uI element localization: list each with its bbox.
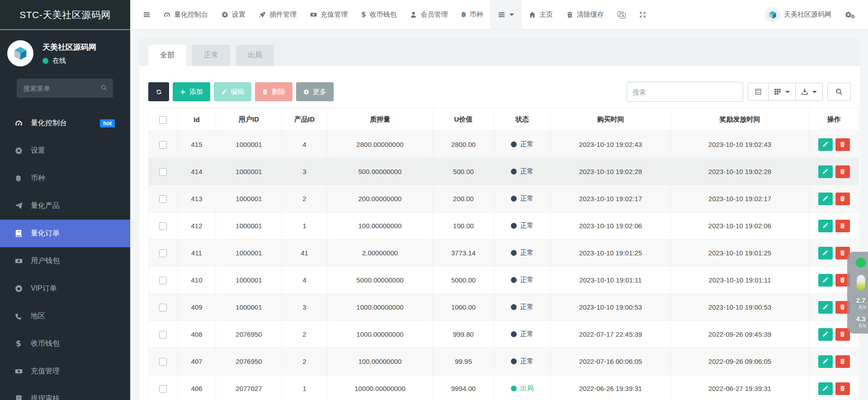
sidebar-item-user-wallet[interactable]: 用户钱包	[0, 247, 130, 275]
pencil-icon	[822, 196, 828, 202]
sidebar-item-withdraw-audit[interactable]: 提现审核	[0, 385, 130, 400]
cell-actions	[809, 375, 859, 400]
pencil-icon	[822, 386, 828, 391]
gauge-icon	[164, 11, 170, 18]
row-checkbox[interactable]	[159, 222, 167, 230]
row-checkbox[interactable]	[159, 385, 167, 393]
sidebar-menu: 量化控制台hot设置฿币种量化产品量化订单用户钱包VIP订单地区$收币钱包充值管…	[0, 109, 130, 400]
row-checkbox[interactable]	[159, 249, 167, 257]
topnav-item-menu-toggle[interactable]	[137, 0, 157, 29]
row-checkbox[interactable]	[159, 358, 167, 366]
detail-view-button[interactable]	[748, 83, 769, 101]
cell-id: 406	[178, 375, 216, 400]
row-delete-button[interactable]	[835, 355, 850, 368]
column-header-check[interactable]	[149, 108, 178, 131]
row-edit-button[interactable]	[818, 247, 833, 259]
cell-product_id: 3	[282, 294, 327, 321]
sidebar-item-coin-wallet[interactable]: $收币钱包	[0, 330, 130, 358]
row-edit-button[interactable]	[818, 165, 833, 178]
dollar-icon: $	[14, 340, 24, 348]
tab-normal[interactable]: 正常	[192, 45, 230, 66]
row-checkbox[interactable]	[159, 304, 167, 311]
select-all-checkbox[interactable]	[159, 116, 167, 124]
topnav-item-quant-console[interactable]: 量化控制台	[157, 0, 215, 29]
sidebar-item-quant-order[interactable]: 量化订单	[0, 220, 130, 247]
topnav-item-coin-wallet[interactable]: $收币钱包	[354, 0, 403, 29]
row-checkbox[interactable]	[159, 331, 167, 339]
sidebar-item-quant-product[interactable]: 量化产品	[0, 192, 130, 220]
refresh-button[interactable]	[148, 82, 169, 101]
sidebar-item-vip-order[interactable]: VIP订单	[0, 275, 130, 302]
network-speed-widget[interactable]: 2.7 ↑ K/s 4.3 ↓ K/s	[847, 252, 868, 334]
tab-out[interactable]: 出局	[236, 45, 274, 66]
topnav-item-clear-cache[interactable]: 清除缓存	[560, 0, 611, 29]
sidebar-user-name: 天美社区源码网	[42, 42, 96, 52]
topnav-item-plugin-manage[interactable]: 插件管理	[252, 0, 303, 29]
topnav-item-member-manage[interactable]: 会员管理	[403, 0, 454, 29]
export-button[interactable]	[795, 83, 823, 101]
topnav-item-system-settings[interactable]	[838, 0, 862, 29]
topnav-item-settings[interactable]: 设置	[215, 0, 252, 29]
row-edit-button[interactable]	[818, 193, 833, 205]
topnav-item-homepage[interactable]: 主页	[522, 0, 560, 29]
grid-icon	[774, 88, 781, 95]
edit-button[interactable]: 编辑	[214, 82, 251, 101]
book-icon	[14, 230, 24, 237]
row-checkbox[interactable]	[159, 195, 167, 203]
sidebar-item-label: 量化产品	[31, 201, 60, 211]
row-delete-button[interactable]	[835, 193, 850, 205]
topnav-user[interactable]: 天美社区源码网	[758, 0, 838, 29]
sidebar-user-panel: 天美社区源码网 在线	[0, 29, 130, 66]
table-row: 415100000142800.000000002800.00正常2023-10…	[149, 131, 859, 158]
row-checkbox[interactable]	[159, 168, 167, 176]
delete-button[interactable]: 删除	[255, 82, 292, 101]
sidebar-item-quant-console[interactable]: 量化控制台hot	[0, 109, 130, 137]
cell-id: 410	[178, 267, 216, 294]
more-button[interactable]: 更多	[296, 82, 334, 101]
cell-reward_time: 2022-06-27 19:39:31	[671, 375, 809, 400]
audit-icon	[14, 395, 24, 400]
table-search-input[interactable]	[627, 82, 743, 102]
status-dot-icon	[511, 169, 517, 174]
cell-user_id: 1000001	[216, 240, 282, 267]
row-edit-button[interactable]	[818, 138, 833, 151]
row-delete-button[interactable]	[835, 138, 850, 151]
gear-icon	[222, 11, 228, 18]
sidebar-item-currency[interactable]: ฿币种	[0, 165, 130, 192]
row-checkbox[interactable]	[159, 141, 167, 149]
cell-reward_time: 2023-10-10 19:02:43	[671, 131, 809, 158]
cell-reward_time: 2023-10-10 19:01:25	[671, 240, 809, 267]
dollar-icon: $	[361, 11, 366, 18]
row-edit-button[interactable]	[818, 355, 833, 368]
cell-check	[149, 158, 178, 185]
row-checkbox[interactable]	[159, 277, 167, 284]
cell-reward_time: 2023-10-10 19:02:17	[671, 185, 809, 212]
search-button[interactable]	[827, 83, 851, 101]
topnav-item-nav-dropdown[interactable]	[490, 0, 522, 29]
sidebar-item-region[interactable]: 地区	[0, 302, 130, 330]
trash-icon	[840, 277, 845, 283]
home-icon	[529, 11, 536, 18]
tab-all[interactable]: 全部	[148, 45, 186, 66]
row-edit-button[interactable]	[818, 328, 833, 341]
row-delete-button[interactable]	[835, 165, 850, 178]
sidebar-item-settings[interactable]: 设置	[0, 137, 130, 165]
topnav-item-language[interactable]: 文A	[611, 0, 632, 29]
row-edit-button[interactable]	[818, 220, 833, 232]
row-edit-button[interactable]	[818, 274, 833, 287]
row-edit-button[interactable]	[818, 382, 833, 395]
cell-product_id: 2	[282, 185, 327, 212]
topnav-item-fullscreen[interactable]	[632, 0, 653, 29]
topnav-item-currency[interactable]: ฿币种	[454, 0, 490, 29]
cell-user_id: 1000001	[216, 158, 282, 185]
row-delete-button[interactable]	[835, 382, 850, 395]
row-delete-button[interactable]	[835, 220, 850, 232]
sidebar-search-input[interactable]	[17, 79, 113, 98]
topnav-item-recharge-manage[interactable]: 充值管理	[303, 0, 354, 29]
row-edit-button[interactable]	[818, 301, 833, 314]
sidebar-item-recharge-manage[interactable]: 充值管理	[0, 358, 130, 385]
top-menu: 量化控制台设置插件管理充值管理$收币钱包会员管理฿币种主页清除缓存文A	[130, 0, 758, 29]
add-button[interactable]: 添加	[173, 82, 210, 101]
caret-down-icon	[509, 14, 514, 16]
columns-button[interactable]	[768, 83, 796, 101]
